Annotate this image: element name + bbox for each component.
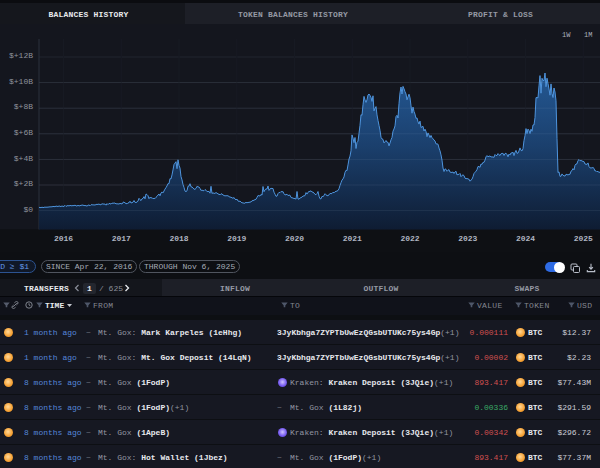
svg-text:$+12B: $+12B [9,51,33,60]
svg-text:$+4B: $+4B [14,154,33,163]
svg-text:2019: 2019 [227,234,246,243]
svg-text:2025: 2025 [574,234,593,243]
svg-text:2024: 2024 [516,234,535,243]
svg-text:2016: 2016 [54,234,73,243]
svg-text:2021: 2021 [343,234,362,243]
svg-text:$+8B: $+8B [14,102,33,111]
svg-text:2017: 2017 [112,234,131,243]
svg-text:$+2B: $+2B [14,179,33,188]
svg-text:$+6B: $+6B [14,128,33,137]
svg-text:$+10B: $+10B [9,77,33,86]
svg-text:$0: $0 [23,205,33,214]
svg-text:2018: 2018 [169,234,188,243]
svg-text:2022: 2022 [400,234,419,243]
svg-text:2023: 2023 [458,234,477,243]
svg-text:2020: 2020 [285,234,304,243]
